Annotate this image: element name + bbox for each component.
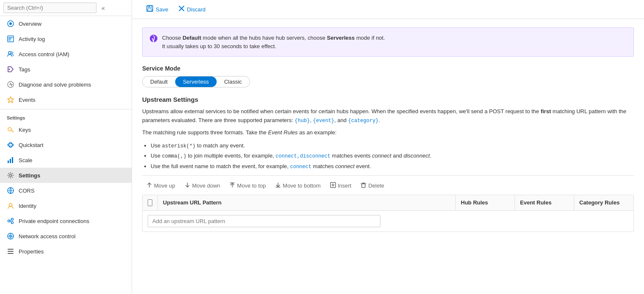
connect-italic: connect: [372, 152, 391, 159]
sidebar-item-label: Access control (IAM): [19, 51, 69, 57]
connect-event-italic: connect: [335, 163, 355, 169]
bullet-item-2: Use comma(,) to join multiple events, fo…: [151, 151, 634, 161]
save-icon: [146, 5, 153, 14]
insert-button[interactable]: Insert: [326, 180, 356, 191]
svg-point-1: [9, 22, 12, 25]
move-up-icon: [146, 182, 152, 189]
svg-rect-33: [149, 6, 150, 7]
th-url-pattern: Upstream URL Pattern: [158, 195, 456, 210]
table-add-row: [143, 211, 633, 231]
sidebar-collapse-button[interactable]: «: [99, 4, 107, 12]
move-up-button[interactable]: Move up: [142, 180, 179, 191]
sidebar-item-scale[interactable]: Scale: [0, 152, 132, 168]
properties-icon: [7, 248, 14, 255]
th-event-rules: Event Rules: [515, 195, 574, 210]
sidebar-item-identity[interactable]: Identity: [0, 198, 132, 213]
sidebar-item-activity-log[interactable]: Activity log: [0, 31, 132, 46]
sidebar-item-settings[interactable]: Settings: [0, 168, 132, 183]
sidebar-item-label: Tags: [19, 66, 30, 73]
sidebar-item-label: Keys: [19, 127, 31, 133]
connect-link[interactable]: connect: [290, 164, 311, 170]
move-down-button[interactable]: Move down: [180, 180, 224, 191]
svg-point-21: [11, 218, 14, 220]
th-category-rules: Category Rules: [574, 195, 633, 210]
discard-button[interactable]: Discard: [174, 4, 210, 15]
mode-classic-button[interactable]: Classic: [217, 76, 250, 87]
move-to-top-button[interactable]: Move to top: [225, 180, 270, 191]
banner-icon: [149, 34, 158, 45]
identity-icon: [7, 202, 14, 210]
sidebar-item-events[interactable]: Events: [0, 92, 132, 107]
main-content: Save Discard Choose Default mode when al…: [132, 0, 644, 294]
tags-icon: [7, 65, 14, 73]
iam-icon: [7, 50, 14, 58]
move-to-bottom-icon: [275, 182, 281, 189]
sidebar-item-keys[interactable]: Keys: [0, 122, 132, 137]
mode-default-button[interactable]: Default: [143, 76, 175, 87]
sidebar-item-label: Scale: [19, 157, 33, 163]
overview-icon: [7, 20, 14, 27]
th-checkbox: [143, 195, 158, 210]
header-checkbox[interactable]: [148, 199, 152, 206]
banner-text-middle: mode when all the hubs have hub servers,…: [201, 35, 327, 41]
sidebar-item-label: Activity log: [19, 36, 45, 42]
network-access-icon: [7, 232, 14, 240]
move-to-bottom-label: Move to bottom: [283, 182, 321, 189]
info-banner: Choose Default mode when all the hubs ha…: [142, 27, 634, 57]
sidebar-divider: [0, 109, 132, 109]
param-category: {category}: [348, 118, 379, 124]
sidebar-item-cors[interactable]: CORS: [0, 183, 132, 198]
sidebar-item-properties[interactable]: Properties: [0, 244, 132, 259]
sidebar-item-label: Events: [19, 97, 36, 103]
connect-disconnect-link[interactable]: connect,disconnect: [275, 153, 330, 159]
svg-rect-28: [8, 251, 14, 252]
discard-icon: [179, 5, 184, 13]
svg-marker-10: [8, 97, 14, 103]
toolbar: Save Discard: [132, 0, 644, 19]
banner-serverless-label: Serverless: [327, 35, 355, 41]
scale-icon: [7, 156, 14, 164]
mode-serverless-button[interactable]: Serverless: [175, 76, 216, 87]
sidebar-item-label: Network access control: [19, 233, 75, 240]
table-body: [143, 211, 633, 231]
search-input[interactable]: [3, 3, 96, 13]
sidebar-item-iam[interactable]: Access control (IAM): [0, 46, 132, 62]
sidebar-item-diagnose[interactable]: Diagnose and solve problems: [0, 77, 132, 92]
sidebar-item-network-access[interactable]: Network access control: [0, 229, 132, 244]
save-button[interactable]: Save: [142, 3, 173, 15]
diagnose-icon: [7, 81, 14, 88]
cors-icon: [7, 187, 14, 194]
svg-rect-29: [8, 253, 14, 254]
sidebar-item-label: Quickstart: [19, 142, 44, 148]
delete-label: Delete: [368, 182, 384, 189]
move-to-bottom-button[interactable]: Move to bottom: [271, 180, 325, 191]
sidebar: « Overview Activity log Access control (…: [0, 0, 132, 294]
insert-label: Insert: [338, 182, 352, 189]
banner-text: Choose Default mode when all the hubs ha…: [162, 34, 385, 50]
first-bold: first: [541, 108, 551, 114]
bullet-item-3: Use the full event name to match the eve…: [151, 161, 634, 172]
delete-button[interactable]: Delete: [356, 180, 388, 191]
events-icon: [7, 96, 14, 103]
sidebar-item-label: Settings: [19, 172, 40, 179]
banner-text-after: mode if not.: [355, 35, 385, 41]
sidebar-item-label: Properties: [19, 248, 44, 255]
upstream-title: Upstream Settings: [142, 96, 634, 103]
private-endpoint-icon: [7, 217, 14, 225]
svg-rect-14: [8, 161, 9, 163]
sidebar-item-tags[interactable]: Tags: [0, 62, 132, 77]
svg-rect-5: [8, 40, 11, 41]
sidebar-item-quickstart[interactable]: Quickstart: [0, 137, 132, 152]
svg-point-20: [8, 220, 10, 222]
move-up-label: Move up: [154, 182, 175, 189]
svg-rect-15: [10, 159, 11, 163]
banner-subtext: It usually takes up to 30 seconds to tak…: [162, 43, 276, 49]
disconnect-italic: disconnect: [404, 152, 430, 159]
sidebar-search-container: «: [0, 0, 132, 16]
sidebar-item-overview[interactable]: Overview: [0, 16, 132, 31]
add-url-pattern-input[interactable]: [148, 215, 380, 227]
upstream-desc2: The matching rule supports three formats…: [142, 128, 634, 137]
move-to-top-label: Move to top: [237, 182, 266, 189]
sidebar-item-private-endpoint[interactable]: Private endpoint connections: [0, 213, 132, 229]
move-down-label: Move down: [192, 182, 220, 189]
